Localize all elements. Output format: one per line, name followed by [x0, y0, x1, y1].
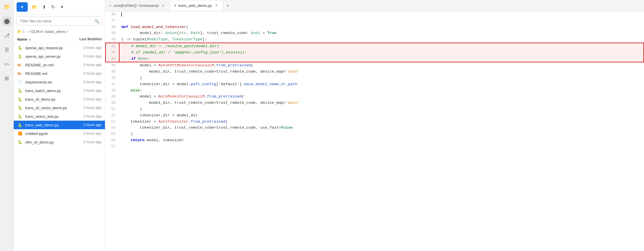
code-line: 53 tokenizer = AutoTokenizer.from_pretra… [105, 119, 644, 125]
code-line: 39 model_dir: Union[str, Path], trust_re… [105, 30, 644, 36]
file-item[interactable]: M↓ README_en.md 3 hours ago [14, 61, 105, 69]
new-folder-button[interactable]: 📁 [30, 3, 39, 11]
code-line: 38def load_model_and_tokenizer( [105, 24, 644, 30]
file-name: vllm_cli_demo.py [25, 140, 73, 144]
tab-close-button[interactable]: ✕ [214, 3, 219, 8]
code-line: 54 tokenizer_dir, trust_remote_code=trus… [105, 125, 644, 131]
line-code: tokenizer_dir, trust_remote_code=trust_r… [119, 125, 644, 131]
code-line: 51 ) [105, 106, 644, 112]
code-line: 46 ) [105, 75, 644, 81]
code-line: 42 # if (model_dir / 'adapter_config.jso… [105, 49, 644, 56]
file-modified: 3 hours ago [73, 89, 102, 93]
file-modified: 3 hours ago [73, 97, 102, 101]
new-button[interactable]: + [17, 2, 28, 12]
editor-area: > root@w0I9eQ: /mnt/exampl ✕ ≡ trans_web… [105, 0, 644, 251]
file-item[interactable]: 🐍 trans_cli_vision_demo.py 3 hours ago [14, 103, 105, 112]
tab-close-button[interactable]: ✕ [161, 3, 166, 8]
line-number: 57 [105, 144, 119, 150]
folder-activity-icon[interactable]: 📁 [2, 2, 11, 11]
file-modified: 3 hours ago [73, 114, 102, 118]
file-item[interactable]: 🐍 openai_api_request.py 3 hours ago [14, 43, 105, 52]
tab-label: root@w0I9eQ: /mnt/exampl [114, 3, 159, 8]
extensions-activity-icon[interactable]: ⊞ [2, 74, 11, 83]
tab-bar: > root@w0I9eQ: /mnt/exampl ✕ ≡ trans_web… [105, 0, 644, 11]
code-line: 48 else: [105, 87, 644, 94]
line-code: ) [119, 131, 644, 137]
file-item[interactable]: M↓ README.md 3 hours ago [14, 69, 105, 78]
line-number: 41 [105, 43, 119, 49]
search-input[interactable] [17, 17, 102, 25]
tab-icon: > [109, 4, 111, 8]
editor-tab[interactable]: > root@w0I9eQ: /mnt/exampl ✕ [105, 1, 170, 10]
code-line: 41 # model_dir = _resolve_path(model_dir… [105, 43, 644, 49]
code-line: 52 tokenizer_dir = model_dir [105, 112, 644, 119]
tab-add-button[interactable]: + [223, 1, 232, 11]
line-code: tokenizer_dir = model.peft_config['defau… [119, 81, 644, 87]
file-item[interactable]: 🐍 trans_batch_demo.py 3 hours ago [14, 86, 105, 95]
line-number: 37 [105, 18, 119, 24]
file-type-icon: 🐍 [17, 45, 23, 51]
code-line: 37 [105, 18, 644, 24]
file-name: openai_api_server.py [25, 54, 73, 59]
code-line: 56 return model, tokenizer [105, 137, 644, 144]
line-code [119, 18, 644, 24]
line-code: else: [119, 87, 644, 94]
sparkle-button[interactable]: ✦ [59, 3, 65, 11]
code-line: 55 ) [105, 131, 644, 137]
file-item[interactable]: 🐍 trans_cli_demo.py 3 hours ago [14, 95, 105, 103]
line-code: ) [119, 106, 644, 112]
file-type-icon: 🐍 [17, 105, 23, 111]
code-editor[interactable]: 36 3738def load_model_and_tokenizer(39 m… [105, 11, 644, 251]
file-modified: 2 hours ago [73, 123, 102, 127]
line-number: 50 [105, 100, 119, 106]
file-type-icon: 🐍 [17, 113, 23, 119]
code-line: 49 model = AutoModelForCausalLM.from_pre… [105, 93, 644, 100]
file-list: 🐍 openai_api_request.py 3 hours ago 🐍 op… [14, 43, 105, 251]
code-activity-icon[interactable]: </> [2, 59, 11, 69]
breadcrumb-folder-icon: 📁 [17, 29, 22, 34]
file-type-icon: 🐍 [17, 139, 23, 145]
editor-tab[interactable]: ≡ trans_web_demo.py ✕ [170, 1, 223, 11]
line-number: 36 [105, 11, 119, 18]
modified-column-header[interactable]: Last Modified [67, 37, 102, 41]
git-activity-icon[interactable]: ⎇ [2, 31, 11, 40]
file-item[interactable]: 🐍 vllm_cli_demo.py 3 hours ago [14, 138, 105, 146]
line-code: tokenizer = AutoTokenizer.from_pretraine… [119, 119, 644, 125]
file-type-icon: 🐍 [17, 88, 23, 93]
sidebar-toolbar: + 📁 ⬆ ↻ ✦ [14, 0, 105, 14]
line-code: # if (model_dir / 'adapter_config.json')… [119, 49, 644, 56]
file-modified: 3 hours ago [73, 46, 102, 50]
line-number: 44 [105, 62, 119, 69]
line-code: if None: [119, 56, 644, 63]
file-item[interactable]: 🐍 openai_api_server.py 3 hours ago [14, 52, 105, 61]
breadcrumb: 📁 / ··· / GLM-4 / basic_demo / [14, 28, 105, 35]
file-modified: 3 hours ago [73, 140, 102, 144]
file-modified: 3 hours ago [73, 63, 102, 67]
name-column-header[interactable]: Name ▲ [17, 37, 67, 41]
line-code: ) [119, 75, 644, 81]
search-icon: 🔍 [94, 19, 99, 23]
file-type-icon: 🐍 [17, 122, 23, 128]
file-item[interactable]: 📄 requirements.txt 3 hours ago [14, 78, 105, 86]
upload-button[interactable]: ⬆ [41, 3, 47, 11]
file-name: openai_api_request.py [25, 46, 73, 50]
file-item[interactable]: 🐍 trans_web_demo.py 2 hours ago [14, 121, 105, 129]
line-number: 56 [105, 137, 119, 144]
code-line: 44 model = AutoPeftModelForCausalLM.from… [105, 62, 644, 69]
line-number: 53 [105, 119, 119, 125]
search-activity-icon[interactable]: ⬤ [2, 17, 11, 26]
code-line: 45 model_dir, trust_remote_code=trust_re… [105, 69, 644, 75]
refresh-button[interactable]: ↻ [50, 3, 56, 11]
file-name: trans_batch_demo.py [25, 89, 73, 93]
list-activity-icon[interactable]: ☰ [2, 45, 11, 54]
file-item[interactable]: 🐍 trans_stress_test.py 3 hours ago [14, 112, 105, 121]
file-type-icon: 🟧 [17, 131, 23, 136]
line-code [119, 144, 644, 150]
file-modified: 2 hours ago [73, 132, 102, 136]
search-box: 🔍 [17, 17, 102, 25]
file-list-header: Name ▲ Last Modified [14, 35, 105, 43]
line-number: 51 [105, 106, 119, 112]
file-item[interactable]: 🟧 Untitled.ipynb 2 hours ago [14, 129, 105, 138]
code-line: 50 model_dir, trust_remote_code=trust_re… [105, 100, 644, 106]
file-type-icon: M↓ [17, 62, 23, 68]
